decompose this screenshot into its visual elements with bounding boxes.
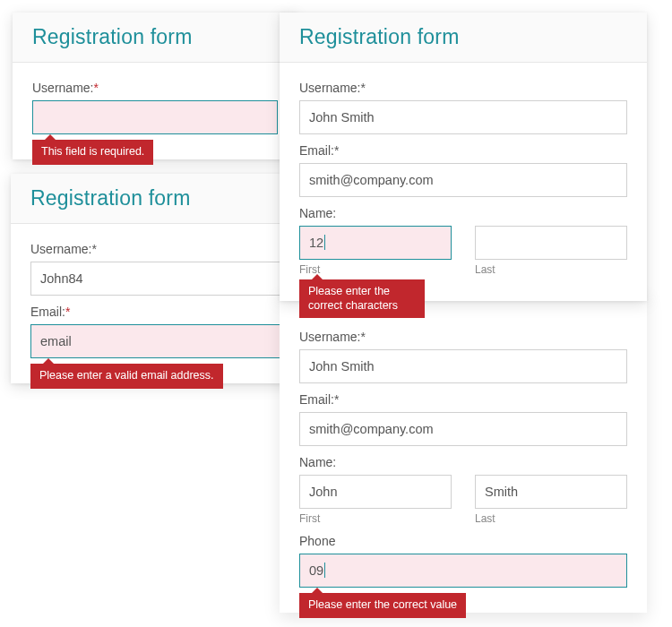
card-header: Registration form	[280, 13, 647, 63]
form-title: Registration form	[30, 186, 282, 210]
username-field: Username:*	[299, 81, 627, 134]
username-input[interactable]	[299, 100, 627, 134]
username-field: Username:*	[299, 330, 627, 383]
last-name-col: Last	[475, 226, 627, 276]
form-card-2: Registration form Username:* Email:* Ple…	[11, 174, 302, 383]
first-name-input[interactable]: 12	[299, 226, 452, 260]
card-body: Username:* Email:* Name: First Last Phon…	[280, 292, 647, 613]
error-text: This field is required.	[41, 145, 144, 158]
username-input[interactable]	[30, 262, 282, 296]
first-name-col: 12 First Please enter the correct charac…	[299, 226, 452, 276]
username-field: Username:* This field is required.	[32, 81, 278, 134]
phone-value: 09	[309, 563, 323, 578]
card-body: Username:* Email:* Name: 12 First Please…	[280, 63, 647, 301]
card-body: Username:* Email:* Please enter a valid …	[11, 224, 302, 383]
email-input[interactable]	[299, 412, 627, 446]
email-field: Email:*	[299, 143, 627, 197]
card-body: Username:* This field is required.	[13, 63, 297, 159]
last-sublabel: Last	[475, 512, 627, 525]
email-field: Email:* Please enter a valid email addre…	[30, 305, 282, 358]
email-label-text: Email:	[30, 305, 65, 319]
email-field: Email:*	[299, 392, 627, 446]
name-field: Name: First Last	[299, 455, 627, 525]
last-name-input[interactable]	[475, 475, 627, 509]
phone-label: Phone	[299, 534, 627, 548]
username-label-text: Username:	[32, 81, 93, 95]
phone-field: Phone 09 Please enter the correct value	[299, 534, 627, 588]
last-name-input[interactable]	[475, 226, 627, 260]
first-sublabel: First	[299, 512, 452, 525]
username-field: Username:*	[30, 242, 282, 296]
text-caret-icon	[324, 235, 325, 250]
email-input[interactable]	[299, 163, 627, 197]
error-tooltip: Please enter a valid email address.	[30, 364, 223, 389]
email-label: Email:*	[299, 392, 627, 407]
form-title: Registration form	[299, 25, 627, 49]
username-label: Username:*	[32, 81, 278, 95]
username-label: Username:*	[299, 330, 627, 344]
name-label: Name:	[299, 455, 627, 469]
required-indicator: *	[93, 81, 98, 95]
phone-input[interactable]: 09	[299, 554, 627, 588]
first-name-value: 12	[309, 236, 323, 250]
error-text: Please enter a valid email address.	[39, 369, 214, 382]
last-name-col: Last	[475, 475, 627, 525]
username-label: Username:*	[30, 242, 282, 256]
username-input[interactable]	[32, 100, 278, 134]
first-name-input[interactable]	[299, 475, 452, 509]
card-header: Registration form	[13, 13, 297, 63]
error-tooltip: Please enter the correct characters	[299, 279, 425, 318]
required-indicator: *	[65, 305, 70, 319]
text-caret-icon	[324, 563, 325, 578]
form-title: Registration form	[32, 25, 278, 49]
name-field: Name: 12 First Please enter the correct …	[299, 206, 627, 276]
error-tooltip: This field is required.	[32, 140, 153, 165]
error-text: Please enter the correct value	[308, 598, 457, 611]
error-text: Please enter the correct characters	[308, 285, 398, 312]
username-label: Username:*	[299, 81, 627, 95]
first-name-col: First	[299, 475, 452, 525]
name-row: 12 First Please enter the correct charac…	[299, 226, 627, 276]
error-tooltip: Please enter the correct value	[299, 593, 466, 618]
email-label: Email:*	[299, 143, 627, 158]
name-row: First Last	[299, 475, 627, 525]
name-label: Name:	[299, 206, 627, 220]
email-input[interactable]	[30, 324, 282, 358]
card-header: Registration form	[11, 174, 302, 224]
email-label: Email:*	[30, 305, 282, 319]
username-input[interactable]	[299, 349, 627, 383]
form-card-1: Registration form Username:* This field …	[13, 13, 297, 159]
last-sublabel: Last	[475, 263, 627, 276]
form-card-3: Registration form Username:* Email:* Nam…	[280, 13, 647, 301]
form-card-4: Username:* Email:* Name: First Last Phon…	[280, 292, 647, 613]
